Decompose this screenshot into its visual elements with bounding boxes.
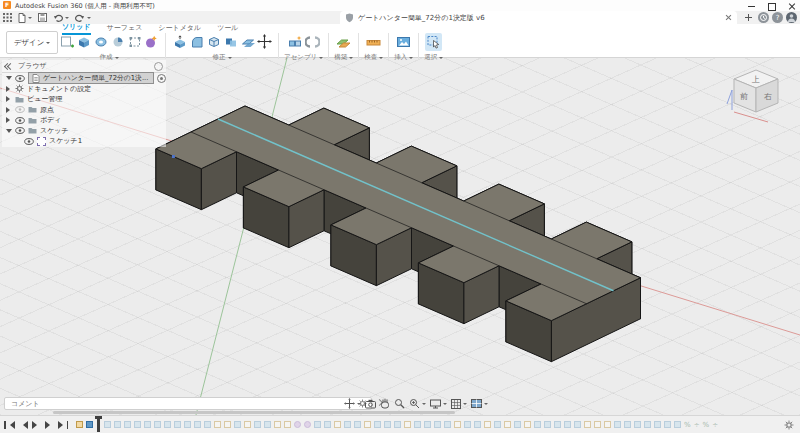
timeline-marker[interactable]	[184, 421, 191, 428]
group-label-insert[interactable]: 挿入	[394, 53, 413, 62]
revolve-button[interactable]	[92, 33, 109, 51]
expand-arrow-icon[interactable]	[6, 86, 13, 92]
timeline-marker[interactable]	[374, 421, 381, 428]
timeline-marker[interactable]	[154, 421, 161, 428]
group-label-modify[interactable]: 修正	[213, 53, 232, 62]
document-tab[interactable]: ゲートハンター簡単_72分の1決定版 v6	[340, 11, 737, 24]
grid-snap-button[interactable]	[451, 399, 467, 409]
save-button[interactable]	[37, 12, 48, 23]
timeline-marker[interactable]	[364, 421, 371, 428]
group-label-select[interactable]: 選択	[424, 53, 443, 62]
create-sketch-button[interactable]	[58, 33, 75, 51]
group-label-create[interactable]: 作成	[100, 53, 119, 62]
browser-item-sketch1[interactable]: スケッチ1	[2, 136, 166, 147]
file-menu-button[interactable]	[17, 12, 33, 23]
browser-item-bodies[interactable]: ボディ	[2, 115, 166, 126]
pattern-button[interactable]	[126, 33, 143, 51]
timeline-marker[interactable]	[104, 421, 111, 428]
undo-button[interactable]	[52, 12, 70, 23]
timeline-marker[interactable]	[634, 421, 641, 428]
look-at-button[interactable]	[365, 399, 376, 409]
minimize-button[interactable]	[746, 2, 758, 10]
expand-arrow-icon[interactable]	[6, 117, 13, 123]
go-to-start-button[interactable]	[4, 420, 15, 430]
pan-orbit-button[interactable]	[344, 398, 361, 409]
timeline-marker[interactable]	[304, 421, 311, 428]
timeline-marker[interactable]	[144, 421, 151, 428]
group-label-assemble[interactable]: アセンブリ	[284, 53, 323, 62]
timeline-marker[interactable]	[464, 421, 471, 428]
timeline-marker[interactable]	[164, 421, 171, 428]
viewport-canvas[interactable]: 上 前 右 ブラウザ ゲートハンター簡単_72分の1決...	[0, 58, 800, 415]
step-forward-button[interactable]	[45, 420, 54, 430]
timeline-marker-link[interactable]: %	[684, 421, 691, 429]
expand-arrow-icon[interactable]	[6, 96, 13, 102]
timeline-marker[interactable]	[224, 421, 231, 428]
combine-button[interactable]	[222, 33, 239, 51]
timeline-marker[interactable]	[134, 421, 141, 428]
timeline-marker[interactable]	[174, 421, 181, 428]
close-button[interactable]	[786, 2, 798, 10]
app-grid-button[interactable]	[2, 12, 13, 23]
timeline-marker-link[interactable]: %	[703, 421, 710, 429]
timeline-playhead[interactable]	[97, 418, 100, 432]
panel-options-icon[interactable]	[154, 62, 163, 71]
viewports-button[interactable]	[471, 399, 488, 408]
close-tab-button[interactable]	[725, 14, 732, 21]
comment-input[interactable]	[9, 399, 358, 409]
timeline-marker[interactable]	[474, 421, 481, 428]
timeline-marker[interactable]	[504, 421, 511, 428]
timeline-marker-link[interactable]: ÷	[694, 421, 700, 429]
eye-icon[interactable]	[15, 127, 25, 134]
timeline-marker[interactable]	[484, 421, 491, 428]
timeline-marker[interactable]	[494, 421, 501, 428]
expand-arrow-icon[interactable]	[6, 129, 12, 136]
browser-item-origin[interactable]: 原点	[2, 105, 166, 116]
browser-item-view-management[interactable]: ビュー管理	[2, 94, 166, 105]
expand-arrow-icon[interactable]	[6, 76, 12, 83]
timeline-marker-link[interactable]: ÷	[712, 421, 718, 429]
new-component-button[interactable]	[287, 33, 304, 51]
display-settings-button[interactable]	[430, 399, 447, 409]
timeline-marker[interactable]	[414, 421, 421, 428]
timeline-marker[interactable]	[344, 421, 351, 428]
root-component[interactable]: ゲートハンター簡単_72分の1決...	[28, 72, 154, 84]
timeline-marker-extrude-selected[interactable]	[86, 421, 93, 428]
timeline-marker[interactable]	[654, 421, 661, 428]
timeline-marker[interactable]	[194, 421, 201, 428]
timeline-marker[interactable]	[354, 421, 361, 428]
timeline-marker[interactable]	[624, 421, 631, 428]
timeline-track[interactable]: %÷%÷	[76, 418, 784, 432]
workspace-selector[interactable]: デザイン	[6, 31, 58, 54]
timeline-marker[interactable]	[274, 421, 281, 428]
timeline-marker[interactable]	[434, 421, 441, 428]
construction-plane-button[interactable]	[335, 33, 352, 51]
group-label-inspect[interactable]: 検査	[364, 53, 383, 62]
press-pull-button[interactable]	[171, 33, 188, 51]
joint-button[interactable]	[304, 33, 321, 51]
fillet-button[interactable]	[188, 33, 205, 51]
eye-icon[interactable]	[15, 75, 25, 82]
browser-root-row[interactable]: ゲートハンター簡単_72分の1決...	[2, 73, 166, 84]
timeline-scrollbar[interactable]	[53, 411, 455, 414]
timeline-marker[interactable]	[524, 421, 531, 428]
timeline-marker[interactable]	[204, 421, 211, 428]
timeline-marker[interactable]	[404, 421, 411, 428]
timeline-marker[interactable]	[234, 421, 241, 428]
browser-item-sketches[interactable]: スケッチ	[2, 126, 166, 137]
timeline-marker[interactable]	[384, 421, 391, 428]
zoom-button[interactable]	[394, 398, 405, 409]
timeline-marker[interactable]	[644, 421, 651, 428]
activate-component-radio[interactable]	[157, 74, 166, 83]
timeline-marker[interactable]	[264, 421, 271, 428]
eye-icon[interactable]	[24, 138, 34, 145]
browser-item-document-settings[interactable]: ドキュメントの設定	[2, 84, 166, 95]
timeline-marker[interactable]	[244, 421, 251, 428]
timeline-marker[interactable]	[604, 421, 611, 428]
new-tab-button[interactable]	[744, 13, 753, 22]
timeline-marker[interactable]	[574, 421, 581, 428]
timeline-marker[interactable]	[334, 421, 341, 428]
eye-icon[interactable]	[15, 117, 25, 124]
extrude-button[interactable]	[75, 33, 92, 51]
sweep-button[interactable]	[109, 33, 126, 51]
